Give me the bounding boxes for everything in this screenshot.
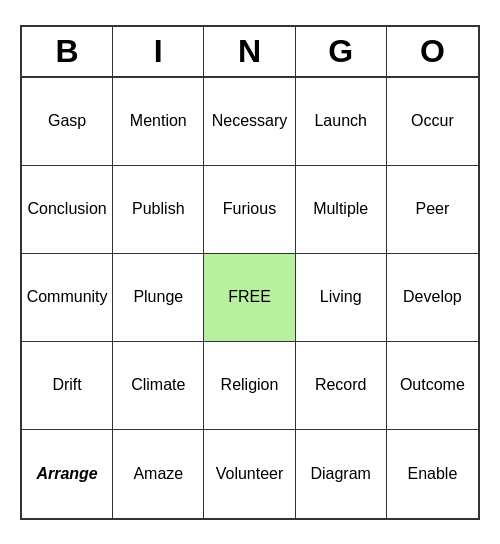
cell-text: Mention xyxy=(130,111,187,130)
bingo-cell: Record xyxy=(296,342,387,430)
header-letter: I xyxy=(113,27,204,76)
header-letter: B xyxy=(22,27,113,76)
cell-text: Necessary xyxy=(212,111,288,130)
bingo-cell: Furious xyxy=(204,166,295,254)
bingo-cell: Drift xyxy=(22,342,113,430)
cell-text: Record xyxy=(315,375,367,394)
cell-text: Develop xyxy=(403,287,462,306)
bingo-cell: Develop xyxy=(387,254,478,342)
bingo-cell: Arrange xyxy=(22,430,113,518)
cell-text: Volunteer xyxy=(216,464,284,483)
bingo-cell: Peer xyxy=(387,166,478,254)
cell-text: Launch xyxy=(314,111,367,130)
bingo-card: BINGO GaspMentionNecessaryLaunchOccurCon… xyxy=(20,25,480,520)
bingo-cell: Necessary xyxy=(204,78,295,166)
bingo-header: BINGO xyxy=(22,27,478,78)
bingo-cell: Conclusion xyxy=(22,166,113,254)
bingo-cell: Religion xyxy=(204,342,295,430)
bingo-cell: Volunteer xyxy=(204,430,295,518)
cell-text: Amaze xyxy=(133,464,183,483)
bingo-cell: Amaze xyxy=(113,430,204,518)
cell-text: Climate xyxy=(131,375,185,394)
bingo-cell: Outcome xyxy=(387,342,478,430)
bingo-cell: Plunge xyxy=(113,254,204,342)
cell-text: Outcome xyxy=(400,375,465,394)
cell-text: Diagram xyxy=(310,464,370,483)
cell-text: Furious xyxy=(223,199,276,218)
bingo-cell: Mention xyxy=(113,78,204,166)
bingo-cell: Community xyxy=(22,254,113,342)
header-letter: G xyxy=(296,27,387,76)
cell-text: Religion xyxy=(221,375,279,394)
cell-text: Conclusion xyxy=(28,199,107,218)
cell-text: Enable xyxy=(407,464,457,483)
bingo-cell: Living xyxy=(296,254,387,342)
cell-text: FREE xyxy=(228,287,271,306)
bingo-cell: Diagram xyxy=(296,430,387,518)
bingo-cell: Occur xyxy=(387,78,478,166)
cell-text: Living xyxy=(320,287,362,306)
cell-text: Peer xyxy=(415,199,449,218)
header-letter: O xyxy=(387,27,478,76)
cell-text: Gasp xyxy=(48,111,86,130)
bingo-cell: Multiple xyxy=(296,166,387,254)
bingo-cell: Launch xyxy=(296,78,387,166)
cell-text: Multiple xyxy=(313,199,368,218)
bingo-grid: GaspMentionNecessaryLaunchOccurConclusio… xyxy=(22,78,478,518)
bingo-cell: Enable xyxy=(387,430,478,518)
header-letter: N xyxy=(204,27,295,76)
cell-text: Drift xyxy=(52,375,81,394)
cell-text: Publish xyxy=(132,199,184,218)
cell-text: Community xyxy=(27,287,108,306)
cell-text: Arrange xyxy=(36,464,97,483)
bingo-cell: Climate xyxy=(113,342,204,430)
cell-text: Occur xyxy=(411,111,454,130)
bingo-cell: Publish xyxy=(113,166,204,254)
cell-text: Plunge xyxy=(133,287,183,306)
bingo-cell: FREE xyxy=(204,254,295,342)
bingo-cell: Gasp xyxy=(22,78,113,166)
